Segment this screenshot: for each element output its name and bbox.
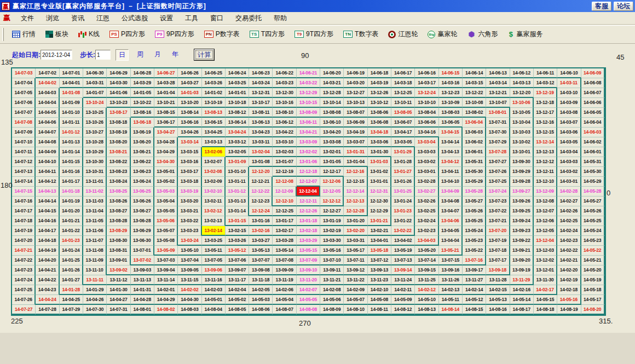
date-cell[interactable]: 14-07-16 <box>12 197 36 206</box>
date-cell[interactable]: 13-08-27 <box>107 206 130 216</box>
toolbar-drag-handle[interactable] <box>2 28 4 41</box>
date-cell[interactable]: 14-08-16 <box>486 305 510 315</box>
date-cell[interactable]: 14-05-05 <box>297 295 320 305</box>
date-cell[interactable]: 14-02-19 <box>557 275 581 285</box>
date-cell[interactable]: 13-08-04 <box>415 108 438 118</box>
date-cell[interactable]: 13-03-17 <box>178 167 201 177</box>
date-cell[interactable]: 13-05-18 <box>368 246 391 256</box>
date-cell[interactable]: 14-02-24 <box>557 226 581 236</box>
date-cell[interactable]: 14-01-17 <box>60 177 83 187</box>
date-cell[interactable]: 12-12-26 <box>297 206 320 216</box>
date-cell[interactable]: 13-01-14 <box>226 206 249 216</box>
menu-item-5[interactable]: 设置 <box>154 14 179 23</box>
date-cell[interactable]: 13-03-02 <box>415 157 438 167</box>
date-cell[interactable]: 14-02-12 <box>415 285 438 295</box>
date-cell[interactable]: 13-05-17 <box>344 246 367 256</box>
menu-item-4[interactable]: 公式选股 <box>116 14 154 23</box>
date-cell[interactable]: 14-07-07 <box>12 108 36 118</box>
date-cell[interactable]: 14-02-23 <box>557 236 581 246</box>
date-cell[interactable]: 14-05-12 <box>463 295 486 305</box>
date-cell[interactable]: 12-12-27 <box>320 206 344 216</box>
date-cell[interactable]: 13-11-16 <box>202 275 226 285</box>
date-cell[interactable]: 13-06-07 <box>391 118 415 128</box>
date-cell[interactable]: 13-01-30 <box>368 147 391 157</box>
date-cell[interactable]: 12-12-07 <box>297 177 320 187</box>
gann-time-square-grid[interactable]: 14-07-0314-07-0214-07-0114-06-3014-06-29… <box>11 67 606 316</box>
date-cell[interactable]: 14-04-25 <box>60 295 83 305</box>
date-cell[interactable]: 14-01-21 <box>60 216 83 226</box>
date-cell[interactable]: 13-10-03 <box>510 128 534 137</box>
date-cell[interactable]: 13-01-08 <box>249 157 273 167</box>
date-cell[interactable]: 13-10-17 <box>249 98 273 108</box>
date-cell[interactable]: 14-04-20 <box>36 256 59 265</box>
date-cell[interactable]: 13-09-10 <box>297 265 320 275</box>
date-cell[interactable]: 14-07-18 <box>12 216 36 226</box>
date-cell[interactable]: 14-06-17 <box>391 68 415 78</box>
start-date-input[interactable] <box>41 50 72 60</box>
date-cell[interactable]: 14-02-16 <box>510 285 534 295</box>
date-cell[interactable]: 13-11-04 <box>83 206 107 216</box>
date-cell[interactable]: 14-08-09 <box>320 305 344 315</box>
date-cell[interactable]: 14-06-12 <box>510 68 534 78</box>
date-cell[interactable]: 13-07-22 <box>486 206 510 216</box>
date-cell[interactable]: 13-08-22 <box>107 157 130 167</box>
date-cell[interactable]: 13-01-25 <box>391 187 415 197</box>
date-cell[interactable]: 13-04-20 <box>320 128 344 137</box>
date-cell[interactable]: 14-06-16 <box>415 68 438 78</box>
date-cell[interactable]: 14-04-28 <box>131 295 154 305</box>
date-cell[interactable]: 13-03-22 <box>178 216 201 226</box>
date-cell[interactable]: 13-09-20 <box>510 256 534 265</box>
date-cell[interactable]: 14-04-10 <box>36 157 59 167</box>
toolbar-button-9T四方形[interactable]: T99T四方形 <box>290 30 338 39</box>
date-cell[interactable]: 13-12-20 <box>510 88 534 98</box>
menu-item-2[interactable]: 资讯 <box>65 14 90 23</box>
date-cell[interactable]: 14-02-22 <box>557 246 581 256</box>
date-cell[interactable]: 14-08-17 <box>510 305 534 315</box>
date-cell[interactable]: 14-01-28 <box>60 285 83 295</box>
date-cell[interactable]: 13-03-18 <box>178 177 201 187</box>
date-cell[interactable]: 13-04-06 <box>439 216 463 226</box>
date-cell[interactable]: 13-10-04 <box>510 118 534 128</box>
date-cell[interactable]: 14-05-02 <box>226 295 249 305</box>
date-cell[interactable]: 14-02-14 <box>463 285 486 295</box>
date-cell[interactable]: 14-03-27 <box>178 78 201 88</box>
date-cell[interactable]: 13-11-30 <box>534 275 557 285</box>
date-cell[interactable]: 14-05-21 <box>581 256 605 265</box>
date-cell[interactable]: 14-04-17 <box>36 226 59 236</box>
date-cell[interactable]: 13-10-31 <box>83 167 107 177</box>
date-cell[interactable]: 13-08-21 <box>107 147 130 157</box>
date-cell[interactable]: 12-12-17 <box>320 167 344 177</box>
date-cell[interactable]: 14-05-19 <box>581 275 605 285</box>
date-cell[interactable]: 13-09-26 <box>510 197 534 206</box>
date-cell[interactable]: 14-07-29 <box>60 305 83 315</box>
forum-button[interactable]: 论坛 <box>614 2 633 11</box>
date-cell[interactable]: 14-05-22 <box>581 246 605 256</box>
date-cell[interactable]: 14-02-10 <box>368 285 391 295</box>
date-cell[interactable]: 13-05-29 <box>463 177 486 187</box>
date-cell[interactable]: 13-02-27 <box>415 187 438 197</box>
date-cell[interactable]: 13-05-03 <box>154 187 178 197</box>
toolbar-button-板块[interactable]: 板块 <box>41 30 73 39</box>
date-cell[interactable]: 13-12-13 <box>534 147 557 157</box>
date-cell[interactable]: 14-01-26 <box>60 265 83 275</box>
date-cell[interactable]: 14-06-15 <box>439 68 463 78</box>
date-cell[interactable]: 13-02-01 <box>320 147 344 157</box>
menu-item-0[interactable]: 文件 <box>15 14 40 23</box>
date-cell[interactable]: 14-04-22 <box>36 275 59 285</box>
date-cell[interactable]: 13-04-28 <box>154 137 178 147</box>
date-cell[interactable]: 14-08-07 <box>273 305 296 315</box>
date-cell[interactable]: 13-06-05 <box>439 118 463 128</box>
date-cell[interactable]: 13-01-29 <box>391 147 415 157</box>
date-cell[interactable]: 14-02-04 <box>226 285 249 295</box>
date-cell[interactable]: 13-02-09 <box>202 177 226 187</box>
toolbar-button-行情[interactable]: 行情 <box>7 30 41 39</box>
date-cell[interactable]: 13-08-25 <box>107 187 130 197</box>
date-cell[interactable]: 13-04-10 <box>439 177 463 187</box>
date-cell[interactable]: 13-11-27 <box>463 275 486 285</box>
date-cell[interactable]: 13-04-19 <box>344 128 367 137</box>
date-cell[interactable]: 14-04-13 <box>36 187 59 197</box>
date-cell[interactable]: 13-06-21 <box>131 147 154 157</box>
date-cell[interactable]: 14-08-02 <box>154 305 178 315</box>
date-cell[interactable]: 13-05-23 <box>463 236 486 246</box>
date-cell[interactable]: 13-01-20 <box>344 216 367 226</box>
